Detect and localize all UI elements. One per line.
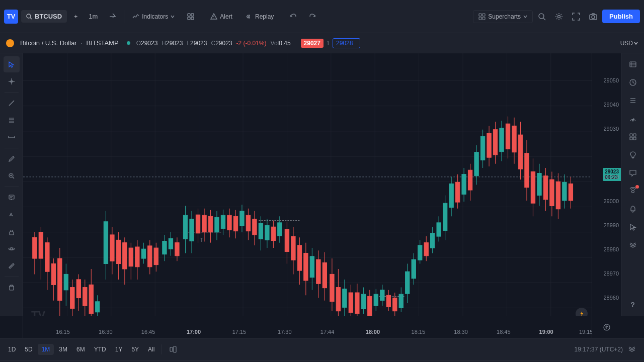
- compare-icon: [109, 13, 117, 21]
- tf-1y[interactable]: 1Y: [111, 344, 127, 355]
- right-clock-button[interactable]: [625, 74, 641, 90]
- right-broadcast-button[interactable]: [625, 183, 641, 199]
- layers-button[interactable]: [624, 341, 640, 357]
- svg-line-13: [543, 18, 545, 20]
- svg-point-36: [11, 248, 13, 250]
- right-list-button[interactable]: [625, 93, 641, 109]
- tf-6m[interactable]: 6M: [72, 344, 89, 355]
- svg-rect-209: [487, 133, 491, 157]
- annotation-tool[interactable]: [4, 207, 20, 223]
- indicators-button[interactable]: Indicators: [127, 11, 180, 23]
- symbol-search[interactable]: BTCUSD: [21, 10, 67, 23]
- lock-tool[interactable]: [4, 224, 20, 240]
- camera-button[interactable]: [585, 9, 601, 25]
- compare-tf-button[interactable]: [165, 341, 181, 357]
- templates-button[interactable]: [183, 9, 199, 25]
- tf-3m[interactable]: 3M: [55, 344, 71, 355]
- add-symbol-button[interactable]: +: [70, 11, 82, 23]
- price-28980: 28980: [603, 246, 619, 252]
- time-1744: 17:44: [320, 329, 335, 335]
- svg-rect-8: [479, 14, 481, 16]
- time-1615: 16:15: [56, 329, 70, 335]
- left-sep-4: [5, 277, 19, 277]
- replay-icon: [246, 13, 253, 20]
- ruler-tool[interactable]: [4, 258, 20, 274]
- price-note-tool[interactable]: [4, 190, 20, 206]
- price-input[interactable]: [333, 38, 360, 48]
- right-layers-button[interactable]: [625, 237, 641, 253]
- right-gauge-button[interactable]: [625, 111, 641, 127]
- cursor-tool[interactable]: [4, 56, 20, 72]
- svg-rect-136: [259, 223, 263, 239]
- tf-ytd[interactable]: YTD: [90, 344, 110, 355]
- svg-rect-229: [550, 179, 554, 206]
- undo-button[interactable]: [285, 9, 301, 25]
- svg-rect-215: [506, 124, 510, 149]
- right-chat-button[interactable]: [625, 165, 641, 181]
- crosshair-tool[interactable]: [4, 73, 20, 89]
- svg-rect-115: [196, 215, 200, 233]
- currency-selector[interactable]: USD: [620, 40, 638, 47]
- tf-5y[interactable]: 5Y: [127, 344, 143, 355]
- right-help-button[interactable]: ?: [625, 297, 641, 313]
- ohlcv-info: O29023 H29023 L29023 C29023 -2 (-0.01%) …: [136, 40, 291, 47]
- right-bell-button[interactable]: [625, 201, 641, 217]
- chart-area[interactable]: T TV: [23, 53, 592, 328]
- eye-tool[interactable]: [4, 241, 20, 257]
- svg-rect-39: [10, 286, 14, 290]
- supercharts-chevron-icon: [523, 15, 527, 19]
- tf-5d[interactable]: 5D: [21, 344, 36, 355]
- svg-rect-108: [175, 243, 179, 256]
- supercharts-icon: [478, 13, 486, 20]
- time-1730: 17:30: [278, 329, 292, 335]
- svg-point-12: [539, 14, 544, 19]
- fibonacci-tool[interactable]: [4, 112, 20, 128]
- search-magnify-icon: [538, 13, 546, 21]
- right-cursor-btn[interactable]: [625, 219, 641, 235]
- svg-rect-168: [361, 294, 365, 309]
- svg-rect-111: [183, 215, 187, 239]
- svg-rect-127: [233, 216, 237, 231]
- svg-rect-144: [285, 229, 289, 251]
- svg-rect-88: [110, 235, 114, 261]
- timeframe-selector[interactable]: 1m: [85, 11, 102, 22]
- delete-tool[interactable]: [4, 280, 20, 296]
- redo-button[interactable]: [304, 9, 320, 25]
- tf-all[interactable]: All: [144, 344, 158, 355]
- brush-tool[interactable]: [4, 151, 20, 167]
- measure-tool[interactable]: [4, 129, 20, 145]
- search-magnify-button[interactable]: [534, 9, 550, 25]
- right-grid-button[interactable]: [625, 129, 641, 145]
- line-tool[interactable]: [4, 95, 20, 111]
- publish-button[interactable]: Publish: [602, 10, 640, 23]
- right-bars-button[interactable]: [625, 56, 641, 72]
- price-29040: 29040: [603, 102, 619, 108]
- replay-button[interactable]: Replay: [240, 11, 279, 23]
- right-bulb-button[interactable]: [625, 147, 641, 163]
- svg-rect-251: [633, 137, 636, 140]
- bitcoin-icon: [6, 39, 14, 47]
- price-29010: 29010: [603, 174, 619, 180]
- svg-rect-98: [141, 249, 145, 258]
- svg-rect-3: [191, 14, 194, 16]
- tf-1m[interactable]: 1M: [38, 344, 54, 355]
- alert-button[interactable]: Alert: [205, 11, 237, 23]
- time-nav-icon[interactable]: [603, 324, 610, 331]
- tf-1d[interactable]: 1D: [4, 344, 20, 355]
- right-toolbar-icons: Supercharts: [473, 9, 640, 25]
- compare-button[interactable]: [105, 9, 121, 25]
- settings-button[interactable]: [551, 9, 567, 25]
- fullscreen-button[interactable]: [568, 9, 584, 25]
- svg-rect-205: [474, 152, 478, 176]
- svg-rect-102: [154, 248, 158, 264]
- alert-icon: [210, 13, 217, 20]
- left-sep-3: [5, 187, 19, 187]
- svg-rect-177: [386, 295, 390, 307]
- supercharts-button[interactable]: Supercharts: [473, 10, 533, 23]
- undo-icon: [290, 13, 297, 20]
- svg-rect-72: [58, 258, 62, 301]
- svg-rect-158: [330, 274, 334, 301]
- svg-rect-233: [562, 182, 567, 201]
- tf-separator: [162, 344, 162, 354]
- zoom-tool[interactable]: [4, 168, 20, 184]
